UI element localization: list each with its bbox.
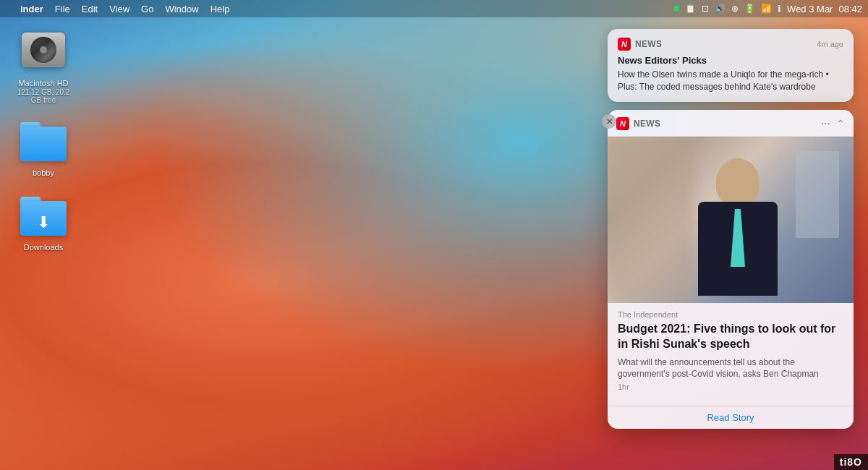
hd-platter (30, 37, 56, 63)
folder-back (20, 127, 67, 161)
notification-options-button[interactable]: ··· (821, 118, 830, 129)
menubar-window[interactable]: Window (165, 4, 198, 14)
desktop-icons: Macintosh HD 121.12 GB, 20.2 GB free bob… (14, 29, 72, 252)
wifi-icon[interactable]: 📶 (761, 4, 772, 14)
info-icon[interactable]: ℹ (778, 4, 781, 14)
menubar-help[interactable]: Help (210, 4, 230, 14)
bobby-label: bobby (33, 168, 54, 178)
notif1-body: How the Olsen twins made a Uniqlo for th… (618, 69, 843, 93)
folder-graphic (20, 122, 67, 161)
notification-budget-2021[interactable]: N NEWS ··· ⌃ The Independent Budget 2 (608, 110, 854, 429)
news-app-icon-2: N (616, 117, 629, 130)
menubar-datetime[interactable]: Wed 3 Mar (787, 4, 833, 14)
downloads-label: Downloads (24, 242, 63, 252)
hd-center (40, 46, 47, 54)
menubar-go[interactable]: Go (141, 4, 153, 14)
notif1-app-name: NEWS (635, 39, 817, 49)
screen-icon[interactable]: ⊡ (702, 4, 709, 14)
downloads-arrow: ⬇ (35, 214, 52, 231)
notif1-time: 4m ago (817, 40, 843, 48)
bobby-folder-icon[interactable]: bobby (14, 119, 72, 178)
article-image (608, 137, 854, 303)
hard-drive-graphic (22, 33, 65, 72)
downloads-folder-icon[interactable]: ⬇ Downloads (14, 193, 72, 252)
watermark: ti8O (834, 454, 868, 470)
quicknote-icon[interactable]: 📋 (685, 4, 696, 14)
bluetooth-icon[interactable]: ⊕ (731, 4, 739, 14)
notif2-header: N NEWS ··· ⌃ (608, 110, 854, 137)
macintosh-hd-info: 121.12 GB, 20.2 GB free (14, 88, 72, 104)
hd-body (22, 33, 65, 67)
notif1-app-icon: N (618, 38, 631, 51)
notif2-controls: ··· ⌃ (821, 118, 845, 129)
news-app-icon: N (618, 38, 631, 51)
article-headline: Budget 2021: Five things to look out for… (618, 322, 843, 352)
notif1-header: N NEWS 4m ago (618, 38, 843, 51)
menubar-view[interactable]: View (109, 4, 129, 14)
downloads-folder-image: ⬇ (20, 193, 67, 239)
notification-collapse-button[interactable]: ⌃ (836, 118, 845, 129)
notif2-app-name: NEWS (634, 119, 821, 129)
notification-close-button[interactable]: ✕ (602, 114, 616, 129)
bobby-folder-image (20, 119, 67, 165)
menubar-file[interactable]: File (55, 4, 70, 14)
down-arrow-icon: ⬇ (37, 213, 50, 232)
downloads-folder-back: ⬇ (20, 201, 67, 236)
downloads-folder-graphic: ⬇ (20, 197, 67, 236)
hd-icon-image (20, 29, 67, 75)
read-story-button[interactable]: Read Story (608, 406, 854, 429)
menubar-time: 08:42 (838, 4, 862, 14)
volume-icon[interactable]: 🔊 (715, 4, 726, 14)
menubar-left: inder File Edit View Go Window Help (6, 4, 673, 14)
battery-icon[interactable]: 🔋 (744, 4, 755, 14)
menubar-right: 📋 ⊡ 🔊 ⊕ 🔋 📶 ℹ Wed 3 Mar 08:42 (673, 4, 862, 14)
notif1-title: News Editors' Picks (618, 55, 843, 66)
macintosh-hd-label: Macintosh HD (18, 78, 68, 88)
person-head (716, 158, 760, 205)
menubar-edit[interactable]: Edit (82, 4, 98, 14)
article-time: 1hr (618, 383, 843, 391)
article-content: The Independent Budget 2021: Five things… (608, 303, 854, 406)
desktop: inder File Edit View Go Window Help 📋 ⊡ … (0, 0, 868, 470)
person-figure (665, 144, 810, 303)
notification-news-editors-picks[interactable]: N NEWS 4m ago News Editors' Picks How th… (608, 29, 854, 102)
menubar-app-name[interactable]: inder (20, 4, 43, 14)
article-summary: What will the announcements tell us abou… (618, 356, 843, 381)
article-source: The Independent (618, 310, 843, 319)
macintosh-hd-icon[interactable]: Macintosh HD 121.12 GB, 20.2 GB free (14, 29, 72, 104)
notif2-app-icon: N (616, 117, 629, 130)
menubar: inder File Edit View Go Window Help 📋 ⊡ … (0, 0, 868, 17)
wifi-status-dot (673, 6, 679, 12)
